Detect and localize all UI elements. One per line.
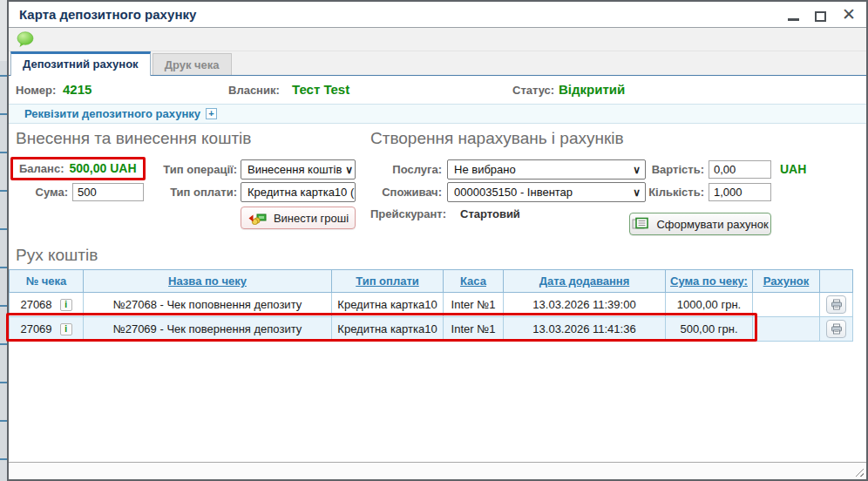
operation-type-select[interactable]: Винесення коштів ∨ <box>241 159 356 180</box>
create-invoice-button[interactable]: Сформувати рахунок <box>629 213 771 235</box>
status-value: Відкритий <box>559 82 625 97</box>
background-window-edge-top <box>0 0 7 61</box>
background-window-edge <box>0 0 7 481</box>
cell-date-added: 13.03.2026 11:39:00 <box>504 293 666 317</box>
minimize-button[interactable] <box>788 8 799 22</box>
printer-icon <box>831 299 843 310</box>
minimize-icon <box>788 18 799 21</box>
cell-account <box>753 293 820 317</box>
owner-value: Тест Test <box>292 82 349 97</box>
cell-check-name: №27069 - Чек повернення депозиту <box>84 317 332 342</box>
requisites-link[interactable]: Реквізити депозитного рахунку <box>24 107 200 120</box>
window-title: Карта депозитного рахунку <box>19 7 196 22</box>
cell-payment-type: Кредитна картка10 <box>332 293 444 317</box>
balance-value: 500,00 UAH <box>69 161 136 175</box>
account-number-label: Номер: <box>16 84 56 97</box>
close-button[interactable]: ✕ <box>842 8 856 22</box>
printer-icon <box>831 323 843 335</box>
resize-grip[interactable] <box>853 466 864 477</box>
consumer-label: Споживач: <box>349 186 442 199</box>
funds-section-title: Внесення та винесення коштів <box>16 129 251 148</box>
transactions-table-wrap: № чека Назва по чеку Тип оплати Каса Дат… <box>9 269 852 342</box>
cell-actions <box>820 293 853 317</box>
cell-cash-desk: Inter №1 <box>444 317 504 342</box>
print-button[interactable] <box>826 320 846 338</box>
tabstrip: Депозитний рахунок Друк чека <box>9 51 866 76</box>
comment-balloon-icon[interactable] <box>17 31 34 48</box>
transactions-title: Рух коштів <box>16 246 866 265</box>
info-icon[interactable]: i <box>60 323 72 335</box>
owner-label: Власник: <box>228 84 280 97</box>
deposit-card-window: Карта депозитного рахунку ✕ Депозитни <box>7 0 868 481</box>
cell-amount: 1000,00 грн. <box>666 293 753 317</box>
toolbar <box>9 28 866 51</box>
maximize-icon <box>815 11 826 22</box>
invoice-document-icon <box>632 217 649 231</box>
payment-type-label: Тип оплати: <box>139 186 237 199</box>
col-payment-type[interactable]: Тип оплати <box>332 270 444 293</box>
pricelist-label: Прейскурант: <box>370 207 458 220</box>
screen: Карта депозитного рахунку ✕ Депозитни <box>0 0 868 481</box>
quantity-label: Кількість: <box>619 186 704 199</box>
consumer-select[interactable]: 0000035150 - Інвентар ∨ <box>447 182 646 202</box>
cell-amount: 500,00 грн. <box>666 317 753 342</box>
tab-deposit-account[interactable]: Депозитний рахунок <box>10 51 151 76</box>
pricelist-value: Стартовий <box>460 207 520 220</box>
expand-plus-icon[interactable]: + <box>206 108 217 119</box>
table-header-row: № чека Назва по чеку Тип оплати Каса Дат… <box>10 270 853 293</box>
cell-account <box>753 317 820 342</box>
cell-check-number: 27068i <box>10 293 84 317</box>
status-label: Статус: <box>512 84 554 97</box>
col-actions <box>820 270 853 293</box>
cell-cash-desk: Inter №1 <box>444 293 504 317</box>
table-row[interactable]: 27069i №27069 - Чек повернення депозиту … <box>10 317 853 342</box>
service-label: Послуга: <box>349 163 442 176</box>
withdraw-money-icon <box>248 212 267 225</box>
service-select[interactable]: Не вибрано ∨ <box>447 159 646 180</box>
info-icon[interactable]: i <box>60 299 72 311</box>
transactions-table: № чека Назва по чеку Тип оплати Каса Дат… <box>9 269 853 342</box>
form-area: Внесення та винесення коштів Баланс: 500… <box>9 124 866 240</box>
requisites-bar: Реквізити депозитного рахунку + <box>9 104 866 124</box>
cell-actions <box>820 317 853 342</box>
cell-check-name: №27068 - Чек поповнення депозиту <box>84 293 332 317</box>
table-row[interactable]: 27068i №27068 - Чек поповнення депозиту … <box>10 293 853 317</box>
cell-date-added: 13.03.2026 11:41:36 <box>504 317 666 342</box>
col-date-added[interactable]: Дата додавання <box>504 270 666 293</box>
payment-type-select[interactable]: Кредитна картка10 ( ∨ <box>241 182 356 202</box>
quantity-input[interactable] <box>709 183 771 201</box>
tab-content: Номер: 4215 Власник: Тест Test Статус: В… <box>9 76 866 462</box>
col-check-number[interactable]: № чека <box>10 270 84 293</box>
col-cash-desk[interactable]: Каса <box>444 270 504 293</box>
balance-label: Баланс: <box>19 162 64 175</box>
print-button[interactable] <box>826 295 846 314</box>
operation-type-label: Тип операції: <box>139 163 237 176</box>
cost-input[interactable] <box>709 160 771 179</box>
account-number-value: 4215 <box>63 82 92 97</box>
withdraw-money-button[interactable]: Винести гроші <box>241 207 356 229</box>
sum-input[interactable] <box>72 183 144 201</box>
cost-label: Вартість: <box>619 163 704 176</box>
account-summary: Номер: 4215 Власник: Тест Test Статус: В… <box>9 76 866 104</box>
col-account[interactable]: Рахунок <box>753 270 820 293</box>
balance-highlight-annotation: Баланс: 500,00 UAH <box>10 157 146 180</box>
window-controls: ✕ <box>788 8 856 22</box>
tab-print-check[interactable]: Друк чека <box>153 53 232 75</box>
cell-payment-type: Кредитна картка10 <box>332 317 444 342</box>
close-icon: ✕ <box>842 8 856 22</box>
col-check-name[interactable]: Назва по чеку <box>84 270 332 293</box>
col-check-amount[interactable]: Сума по чеку: <box>666 270 753 293</box>
status-bar <box>9 462 866 479</box>
titlebar: Карта депозитного рахунку ✕ <box>9 2 866 28</box>
charges-section-title: Створення нарахувань і рахунків <box>370 129 624 148</box>
cell-check-number: 27069i <box>10 317 84 342</box>
sum-label: Сума: <box>16 186 68 199</box>
maximize-button[interactable] <box>815 8 826 22</box>
currency-label: UAH <box>780 162 806 176</box>
